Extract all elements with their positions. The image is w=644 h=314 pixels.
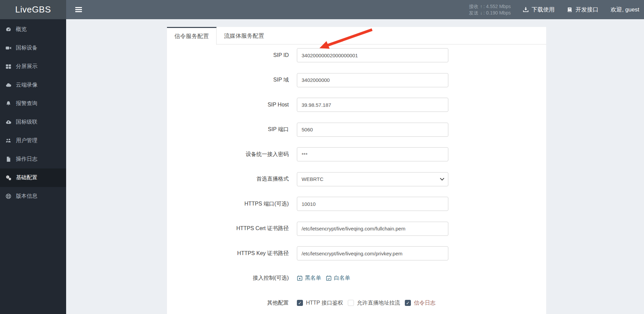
sidebar-item-version-info[interactable]: 版本信息	[0, 187, 66, 206]
preferred-live-format-select[interactable]: WEBRTC	[297, 172, 448, 186]
sidebar-item-label: 报警查询	[16, 100, 37, 107]
sip-port-input[interactable]: 5060	[297, 123, 448, 137]
gauge-icon	[5, 27, 12, 33]
sidebar-item-label: 国标级联	[16, 119, 37, 126]
field-label-device-password: 设备统一接入密码	[167, 151, 289, 158]
navbar-link-welcome-user[interactable]: 欢迎, guest	[611, 6, 639, 13]
hamburger-icon	[75, 7, 82, 8]
field-label-preferred-live-format: 首选直播格式	[167, 176, 289, 183]
navbar-link-label: 下载使用	[532, 6, 555, 13]
http-api-auth-label: HTTP 接口鉴权	[306, 300, 343, 307]
sidebar-item-split-screen[interactable]: 分屏展示	[0, 57, 66, 76]
form-row-sip-domain: SIP 域3402000000	[167, 73, 546, 87]
https-port-input[interactable]: 10010	[297, 197, 448, 211]
form-row-https-key-path: HTTPS Key 证书路径/etc/letsencrypt/live/live…	[167, 246, 546, 260]
https-cert-path-input[interactable]: /etc/letsencrypt/live/liveqing.com/fullc…	[297, 222, 448, 236]
sidebar-item-user-management[interactable]: 用户管理	[0, 131, 66, 150]
http-api-auth-checkbox-item: ✓HTTP 接口鉴权	[297, 300, 343, 307]
form-row-sip-port: SIP 端口5060	[167, 123, 546, 137]
navbar-right: 接收 ↑ : 4.552 Mbps 发送 ↓ : 0.190 Mbps 下载使用…	[469, 0, 639, 19]
tab-signal-service-config[interactable]: 信令服务配置	[167, 27, 217, 45]
allow-pull-stream-checkbox[interactable]	[348, 300, 354, 306]
up-arrow-icon: ↑	[480, 3, 482, 10]
form-row-https-cert-path: HTTPS Cert 证书路径/etc/letsencrypt/live/liv…	[167, 222, 546, 236]
sip-domain-input[interactable]: 3402000000	[297, 73, 448, 87]
sidebar-item-gb-devices[interactable]: 国标设备	[0, 39, 66, 57]
link-label: 黑名单	[305, 275, 321, 282]
https-key-path-input[interactable]: /etc/letsencrypt/live/liveqing.com/privk…	[297, 246, 448, 260]
http-api-auth-checkbox[interactable]: ✓	[297, 300, 303, 306]
signal-log-checkbox[interactable]: ✓	[405, 300, 411, 306]
input-value: /etc/letsencrypt/live/liveqing.com/fullc…	[302, 226, 405, 231]
signal-config-form: SIP ID34020000002000000001SIP 域340200000…	[167, 44, 546, 310]
sip-host-input[interactable]: 39.98.57.187	[297, 98, 448, 112]
navbar-link-download-use[interactable]: 下载使用	[523, 6, 555, 13]
device-password-input[interactable]: ***	[297, 147, 448, 161]
field-label-https-cert-path: HTTPS Cert 证书路径	[167, 225, 289, 232]
sidebar-item-label: 版本信息	[16, 193, 37, 200]
form-row-https-port: HTTPS 端口(可选)10010	[167, 197, 546, 211]
sidebar: 概览国标设备分屏展示云端录像报警查询国标级联用户管理操作日志基础配置版本信息	[0, 19, 66, 314]
signal-log-checkbox-item: ✓信令日志	[405, 300, 436, 307]
navbar-link-label: 欢迎, guest	[611, 6, 639, 13]
tab-media-service-config[interactable]: 流媒体服务配置	[217, 27, 272, 44]
field-label-sip-host: SIP Host	[167, 102, 289, 108]
top-navbar: LiveGBS 接收 ↑ : 4.552 Mbps 发送 ↓ : 0.190 M…	[0, 0, 644, 19]
signal-log-label[interactable]: 信令日志	[414, 300, 436, 307]
sidebar-item-cloud-recording[interactable]: 云端录像	[0, 76, 66, 94]
book-icon	[567, 7, 572, 12]
recv-label: 接收	[469, 3, 478, 10]
field-label-sip-port: SIP 端口	[167, 126, 289, 133]
field-label-other-config: 其他配置	[167, 300, 289, 307]
send-label: 发送	[469, 10, 478, 16]
sidebar-item-alarm-query[interactable]: 报警查询	[0, 94, 66, 113]
form-row-sip-host: SIP Host39.98.57.187	[167, 98, 546, 112]
input-value: 10010	[302, 201, 316, 207]
down-arrow-icon: ↓	[480, 10, 482, 16]
sidebar-toggle-button[interactable]	[71, 0, 86, 19]
navbar-link-label: 开发接口	[576, 6, 598, 13]
sidebar-item-overview[interactable]: 概览	[0, 20, 66, 39]
gears-icon	[5, 175, 12, 181]
brand-logo[interactable]: LiveGBS	[0, 0, 66, 19]
sidebar-item-label: 概览	[16, 26, 27, 33]
calendar-check-icon	[326, 275, 332, 281]
allow-pull-stream-checkbox-item: 允许直播地址拉流	[348, 300, 400, 307]
input-value: 39.98.57.187	[302, 102, 331, 108]
recv-value: 4.552 Mbps	[486, 3, 511, 10]
input-value: ***	[302, 152, 308, 157]
input-value: /etc/letsencrypt/live/liveqing.com/privk…	[302, 251, 402, 256]
navbar-links: 下载使用开发接口欢迎, guest	[523, 6, 639, 13]
sidebar-item-label: 国标设备	[16, 44, 37, 52]
field-label-https-port: HTTPS 端口(可选)	[167, 200, 289, 208]
form-row-other-config: 其他配置✓HTTP 接口鉴权允许直播地址拉流✓信令日志	[167, 296, 546, 310]
field-label-access-control: 接入控制(可选)	[167, 275, 289, 282]
blacklist-link[interactable]: 黑名单	[297, 275, 321, 282]
navbar-link-dev-api[interactable]: 开发接口	[567, 6, 598, 13]
config-tabs: 信令服务配置流媒体服务配置	[167, 27, 546, 44]
download-icon	[523, 7, 529, 12]
link-label: 白名单	[334, 275, 350, 282]
form-row-device-password: 设备统一接入密码***	[167, 147, 546, 161]
field-label-sip-domain: SIP 域	[167, 76, 289, 84]
input-value: 3402000000	[302, 77, 330, 83]
form-row-access-control: 接入控制(可选)黑名单白名单	[167, 271, 546, 285]
sidebar-item-label: 操作日志	[16, 156, 37, 163]
sip-id-input[interactable]: 34020000002000000001	[297, 48, 448, 62]
form-row-preferred-live-format: 首选直播格式WEBRTC	[167, 172, 546, 186]
camera-icon	[5, 45, 12, 51]
sidebar-item-basic-config[interactable]: 基础配置	[0, 168, 66, 187]
field-label-sip-id: SIP ID	[167, 52, 289, 58]
input-value: 34020000002000000001	[302, 53, 358, 58]
cloud-icon	[5, 82, 12, 88]
whitelist-link[interactable]: 白名单	[326, 275, 350, 282]
sidebar-item-label: 基础配置	[16, 174, 37, 181]
sidebar-item-gb-cascade[interactable]: 国标级联	[0, 113, 66, 131]
form-row-sip-id: SIP ID34020000002000000001	[167, 48, 546, 62]
config-card: 信令服务配置流媒体服务配置 SIP ID34020000002000000001…	[167, 27, 546, 314]
cloud-upload-icon	[5, 119, 12, 125]
chevron-down-icon	[440, 176, 444, 181]
input-value: 5060	[302, 127, 313, 132]
sidebar-item-operation-log[interactable]: 操作日志	[0, 150, 66, 168]
users-icon	[5, 138, 12, 144]
